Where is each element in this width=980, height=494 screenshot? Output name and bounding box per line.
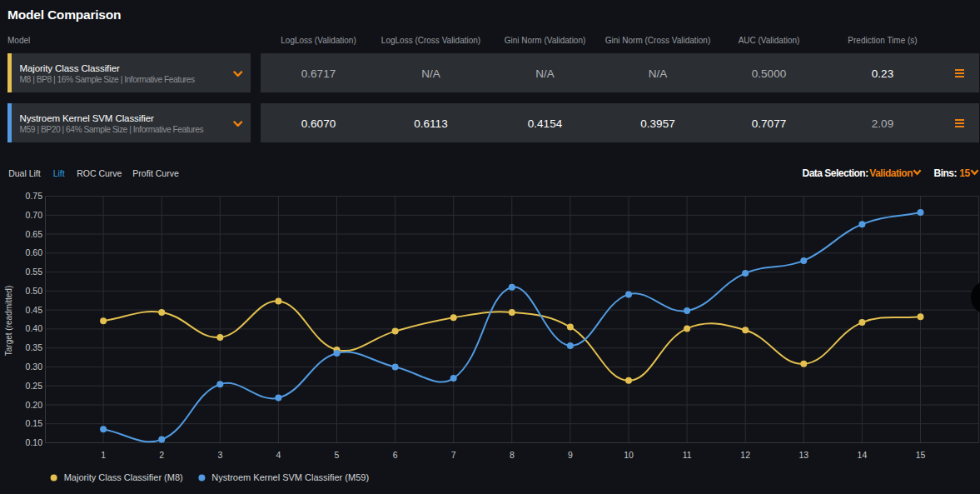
svg-text:0.30: 0.30 <box>26 362 43 372</box>
svg-text:10: 10 <box>624 450 634 460</box>
svg-text:11: 11 <box>683 450 692 460</box>
svg-text:6: 6 <box>393 450 398 460</box>
svg-text:12: 12 <box>740 450 750 460</box>
svg-text:0.55: 0.55 <box>26 267 43 277</box>
svg-text:9: 9 <box>568 450 573 460</box>
svg-text:0.25: 0.25 <box>26 381 43 391</box>
svg-text:7: 7 <box>451 450 456 460</box>
svg-text:0.15: 0.15 <box>26 418 43 428</box>
svg-text:14: 14 <box>858 450 868 460</box>
svg-text:3: 3 <box>217 450 222 460</box>
svg-text:0.20: 0.20 <box>26 400 43 410</box>
svg-text:0.65: 0.65 <box>26 229 43 239</box>
svg-text:0.60: 0.60 <box>26 247 43 257</box>
svg-text:0.45: 0.45 <box>26 305 43 315</box>
svg-text:8: 8 <box>510 450 515 460</box>
svg-text:0.10: 0.10 <box>26 437 43 447</box>
svg-text:0.75: 0.75 <box>26 191 43 201</box>
svg-text:0.50: 0.50 <box>26 286 43 296</box>
svg-text:1: 1 <box>101 450 106 460</box>
svg-text:2: 2 <box>159 450 164 460</box>
svg-text:4: 4 <box>276 450 281 460</box>
svg-text:Majority Class Classifier (M8): Majority Class Classifier (M8) <box>64 472 183 482</box>
svg-text:0.35: 0.35 <box>26 342 43 352</box>
svg-text:5: 5 <box>335 450 340 460</box>
svg-text:15: 15 <box>916 450 926 460</box>
svg-text:13: 13 <box>798 450 808 460</box>
svg-text:Target (readmitted): Target (readmitted) <box>4 286 13 356</box>
svg-text:Nystroem Kernel SVM Classifier: Nystroem Kernel SVM Classifier (M59) <box>211 472 369 482</box>
svg-text:0.40: 0.40 <box>26 323 43 333</box>
svg-text:0.70: 0.70 <box>26 210 43 220</box>
